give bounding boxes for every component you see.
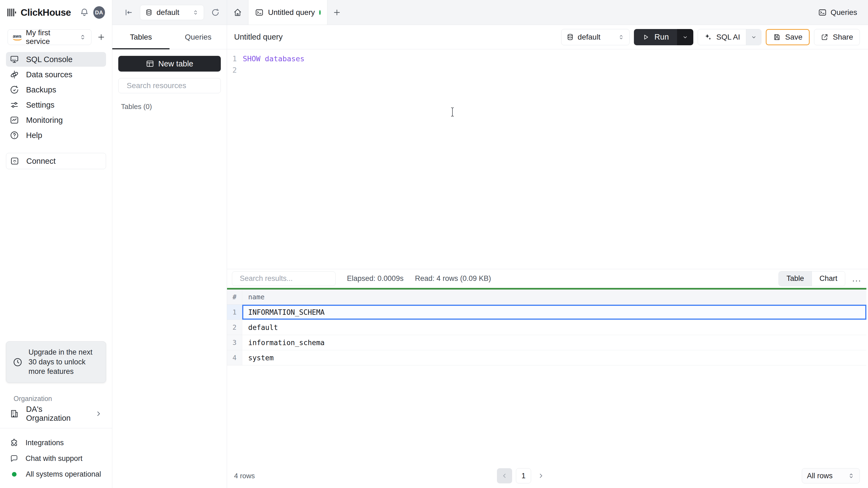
sidebar-item-backups[interactable]: Backups [6,83,106,97]
code-line: 1 SHOW databases [227,53,868,65]
organization-name: DA's Organization [26,405,88,423]
toggle-chart[interactable]: Chart [812,271,845,286]
workspace: Untitled query default Run [227,25,868,488]
sql-code: SHOW databases [243,53,305,65]
database-icon [566,33,574,41]
status-green-dot-icon [12,472,17,477]
brand-name: ClickHouse [21,7,71,18]
app-root: ClickHouse DA aws My first service S [0,0,868,488]
run-button[interactable]: Run [634,29,677,45]
home-button[interactable] [227,0,248,25]
chevron-updown-icon [848,472,855,479]
connect-button[interactable]: Connect [6,153,106,169]
service-selector[interactable]: aws My first service [8,29,91,45]
sidebar-item-data-sources[interactable]: Data sources [6,67,106,82]
table-row[interactable]: 4 system [227,350,866,365]
notifications-bell-icon[interactable] [80,8,89,17]
backups-history-icon [10,85,19,94]
share-label: Share [833,33,853,41]
sidebar-item-monitoring[interactable]: Monitoring [6,113,106,127]
sidebar-item-settings[interactable]: Settings [6,98,106,112]
refresh-icon[interactable] [211,8,220,17]
sql-ai-button[interactable]: SQL AI [698,29,746,45]
help-circle-icon [10,131,19,140]
sidebar-item-help[interactable]: Help [6,128,106,142]
table-row[interactable]: 1 INFORMATION_SCHEMA [227,305,866,320]
row-index: 4 [227,350,242,365]
service-name: My first service [26,29,75,46]
footer-item-label: Chat with support [26,454,83,463]
terminal-icon [255,8,264,17]
queries-button[interactable]: Queries [813,0,868,25]
sql-editor[interactable]: 1 SHOW databases 2 [227,50,868,269]
topbar: default Untitled query [112,0,868,25]
integrations-link[interactable]: Integrations [6,436,106,450]
chat-bubble-icon [10,454,19,463]
save-label: Save [785,33,802,41]
column-header-index: # [227,290,242,304]
search-resources-input[interactable] [127,82,225,90]
table-row[interactable]: 3 information_schema [227,335,866,350]
row-value[interactable]: system [242,350,866,365]
chevron-down-icon [682,34,688,40]
chevron-right-icon [537,472,545,479]
save-button[interactable]: Save [766,29,810,45]
results-footer: 4 rows 1 All rows [227,464,868,488]
row-index: 1 [227,305,242,320]
sidebar-item-label: Data sources [26,70,72,79]
share-button[interactable]: Share [814,29,860,45]
line-number: 1 [227,53,243,65]
new-table-button[interactable]: New table [118,56,221,72]
row-index: 3 [227,335,242,350]
row-index: 2 [227,320,242,335]
toggle-table[interactable]: Table [779,271,812,286]
content-row: Tables Queries New table Tables (0) [112,25,868,488]
page-size-selector[interactable]: All rows [802,468,860,483]
query-header: Untitled query default Run [227,25,868,50]
brand-row: ClickHouse DA [0,0,112,25]
next-page-button[interactable] [535,468,547,483]
search-results-input[interactable] [240,274,336,283]
line-number: 2 [227,65,243,76]
unsaved-green-dot-icon [319,10,321,15]
search-results-box [232,271,336,286]
tab-untitled-query[interactable]: Untitled query [248,0,328,25]
text-cursor-icon [449,107,456,117]
topbar-database-selector[interactable]: default [140,5,204,20]
table-row[interactable]: 2 default [227,320,866,335]
tab-tables[interactable]: Tables [112,25,169,49]
save-floppy-icon [773,33,781,41]
system-status[interactable]: All systems operational [6,467,106,481]
sidebar-item-sql-console[interactable]: SQL Console [6,52,106,67]
row-value[interactable]: INFORMATION_SCHEMA [242,305,866,320]
collapse-sidebar-icon[interactable] [124,8,133,17]
table-grid-icon [146,60,154,68]
query-database-selector[interactable]: default [561,29,629,45]
row-value[interactable]: information_schema [242,335,866,350]
results-table: # name 1 INFORMATION_SCHEMA 2 default 3 … [227,288,866,365]
add-service-button[interactable] [97,33,105,41]
new-table-label: New table [158,59,193,68]
user-avatar[interactable]: DA [93,6,105,19]
run-label: Run [654,33,669,41]
sql-ai-options-button[interactable] [746,29,761,45]
upgrade-notice[interactable]: Upgrade in the next 30 days to unlock mo… [6,341,106,383]
search-resources-box [118,78,221,93]
puzzle-icon [10,438,19,447]
monitoring-chart-icon [10,116,19,125]
row-value[interactable]: default [242,320,866,335]
query-title[interactable]: Untitled query [234,33,557,41]
chat-support-link[interactable]: Chat with support [6,452,106,465]
previous-page-button[interactable] [497,468,512,483]
new-tab-button[interactable] [328,0,346,25]
run-options-button[interactable] [677,29,693,45]
pagination: 1 [497,468,547,483]
sparkles-icon [704,33,712,41]
current-page[interactable]: 1 [516,468,531,483]
tab-queries[interactable]: Queries [169,25,227,49]
organization-switcher[interactable]: DA's Organization [6,406,106,422]
results-more-button[interactable]: ... [852,274,862,283]
query-database-value: default [578,33,614,41]
explorer-tabs: Tables Queries [112,25,227,50]
column-header-name[interactable]: name [242,290,866,304]
